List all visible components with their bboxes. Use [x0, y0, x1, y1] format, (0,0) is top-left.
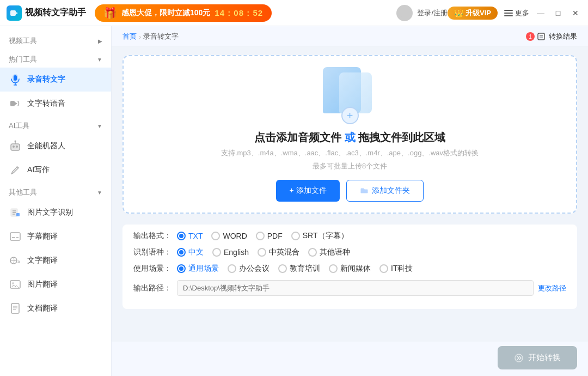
- drop-title-part2: 拖拽文件到此区域: [358, 131, 445, 143]
- lang-other[interactable]: 其他语种: [308, 247, 350, 257]
- chevron-down-icon: ▼: [97, 57, 102, 63]
- content-area: + 点击添加音频文件 或 拖拽文件到此区域 支持.mp3、.m4a、.wma、.…: [112, 46, 588, 342]
- radio-mixed-dot: [258, 248, 266, 257]
- menu-icon: [504, 10, 513, 16]
- lang-mixed-label: 中英混合: [269, 247, 299, 257]
- radio-pdf-dot: [256, 232, 265, 240]
- svg-rect-20: [10, 233, 20, 240]
- radio-chinese-dot: [177, 248, 186, 257]
- scene-news-label: 新闻媒体: [340, 264, 371, 274]
- language-options: 中文 English 中英混合 其他语种: [177, 247, 350, 257]
- svg-rect-8: [10, 101, 15, 106]
- sidebar-section-other-tools[interactable]: 其他工具 ▼: [0, 182, 111, 201]
- format-txt[interactable]: TXT: [177, 232, 203, 240]
- ocr-icon: [9, 206, 22, 219]
- svg-rect-19: [16, 213, 20, 216]
- drop-subtitle: 支持.mp3、.m4a、.wma、.aac、.flac、.ac3、.m4r、.a…: [221, 148, 479, 158]
- sidebar-item-audio-text-label: 录音转文字: [27, 75, 65, 84]
- add-file-btn[interactable]: + 添加文件: [276, 180, 339, 202]
- sidebar: 视频工具 ▶ 热门工具 ▼ 录音转文字: [0, 26, 112, 376]
- radio-srt-dot: [291, 232, 300, 240]
- format-pdf[interactable]: PDF: [256, 232, 283, 240]
- sidebar-item-doctrans-label: 文档翻译: [27, 304, 58, 313]
- vip-upgrade-btn[interactable]: 👑 升级VIP: [448, 7, 498, 20]
- mic-icon: [9, 73, 22, 86]
- format-txt-label: TXT: [188, 232, 203, 240]
- start-convert-btn[interactable]: 开始转换: [498, 346, 577, 369]
- radio-word-dot: [211, 232, 220, 240]
- svg-marker-1: [16, 12, 18, 14]
- sidebar-item-audio-to-text[interactable]: 录音转文字: [0, 68, 111, 92]
- scene-label: 使用场景：: [133, 264, 177, 274]
- svg-point-14: [15, 141, 16, 142]
- scene-options: 通用场景 办公会议 教育培训 新闻媒体: [177, 264, 413, 274]
- drop-title: 点击添加音频文件 或 拖拽文件到此区域: [254, 130, 445, 145]
- img-trans-icon: [9, 278, 22, 291]
- app-name: 视频转文字助手: [25, 7, 86, 19]
- sidebar-section-video-tools[interactable]: 视频工具 ▶: [0, 31, 111, 49]
- sidebar-item-text-trans[interactable]: A 文字翻译: [0, 248, 111, 272]
- sidebar-item-doc-trans[interactable]: 文档翻译: [0, 296, 111, 320]
- output-path-label: 输出路径：: [133, 283, 177, 293]
- scene-row: 使用场景： 通用场景 办公会议 教育培训: [133, 264, 566, 274]
- breadcrumb-home[interactable]: 首页: [122, 32, 137, 41]
- sidebar-item-ai-robot[interactable]: 全能机器人: [0, 134, 111, 158]
- sidebar-item-image-ocr[interactable]: 图片文字识别: [0, 201, 111, 225]
- radio-other-dot: [308, 248, 317, 257]
- sidebar-section-ai-label: AI工具: [9, 121, 29, 131]
- breadcrumb-nav: 首页 › 录音转文字: [122, 32, 179, 41]
- crown-icon: 👑: [454, 9, 463, 17]
- maximize-btn[interactable]: □: [552, 7, 564, 19]
- drop-zone[interactable]: + 点击添加音频文件 或 拖拽文件到此区域 支持.mp3、.m4a、.wma、.…: [122, 55, 577, 214]
- svg-rect-5: [14, 75, 17, 81]
- app-logo-icon: [7, 5, 22, 21]
- close-btn[interactable]: ✕: [569, 7, 581, 19]
- vip-label: 升级VIP: [465, 8, 491, 18]
- svg-point-11: [13, 145, 15, 148]
- sidebar-item-ai-write[interactable]: AI写作: [0, 158, 111, 182]
- lang-mixed[interactable]: 中英混合: [258, 247, 299, 257]
- format-word[interactable]: WORD: [211, 232, 247, 240]
- add-folder-btn[interactable]: 添加文件夹: [346, 180, 424, 202]
- drop-limit: 最多可批量上传8个文件: [313, 161, 387, 171]
- chevron-down-icon-other: ▼: [97, 190, 102, 196]
- result-btn[interactable]: 1 转换结果: [526, 32, 577, 41]
- output-path-row: 输出路径： 更改路径: [133, 280, 566, 296]
- sidebar-section-ai-tools[interactable]: AI工具 ▼: [0, 116, 111, 134]
- settings-panel: 输出格式： TXT WORD PDF: [122, 225, 577, 309]
- scene-it[interactable]: IT科技: [379, 264, 413, 274]
- output-format-label: 输出格式：: [133, 231, 177, 241]
- lang-english[interactable]: English: [212, 248, 249, 257]
- user-avatar[interactable]: [396, 5, 413, 21]
- lang-chinese[interactable]: 中文: [177, 247, 204, 257]
- result-btn-label: 转换结果: [549, 32, 577, 41]
- sidebar-section-hot-tools[interactable]: 热门工具 ▼: [0, 49, 111, 68]
- output-format-options: TXT WORD PDF SRT（字幕）: [177, 231, 348, 241]
- promo-banner[interactable]: 🎁 感恩大促，限时立减100元 14 : 08 : 52: [95, 4, 272, 22]
- more-btn[interactable]: 更多: [504, 8, 529, 18]
- scene-education[interactable]: 教育培训: [278, 264, 320, 274]
- window-controls: 更多 — □ ✕: [504, 7, 581, 19]
- scene-office[interactable]: 办公会议: [228, 264, 270, 274]
- sidebar-item-text-to-speech[interactable]: 文字转语音: [0, 92, 111, 116]
- output-path-input[interactable]: [177, 280, 534, 296]
- svg-point-3: [401, 15, 408, 18]
- sidebar-item-imgtrans-label: 图片翻译: [27, 280, 58, 289]
- scene-news[interactable]: 新闻媒体: [329, 264, 371, 274]
- format-srt[interactable]: SRT（字幕）: [291, 231, 348, 241]
- scene-general[interactable]: 通用场景: [177, 264, 219, 274]
- doc-trans-icon: [9, 302, 22, 315]
- sidebar-item-image-trans[interactable]: 图片翻译: [0, 272, 111, 296]
- change-path-btn[interactable]: 更改路径: [538, 283, 566, 293]
- svg-point-2: [402, 10, 407, 14]
- drop-zone-illustration: +: [317, 67, 383, 122]
- start-btn-label: 开始转换: [528, 353, 561, 363]
- svg-rect-28: [11, 304, 19, 313]
- login-btn[interactable]: 登录/注册: [417, 8, 448, 18]
- breadcrumb-current: 录音转文字: [143, 32, 179, 41]
- minimize-btn[interactable]: —: [535, 7, 547, 19]
- radio-english-dot: [212, 248, 221, 257]
- sidebar-item-subtitle-trans[interactable]: 字幕翻译: [0, 225, 111, 248]
- scene-general-label: 通用场景: [188, 264, 219, 274]
- subtitle-icon: [9, 230, 22, 243]
